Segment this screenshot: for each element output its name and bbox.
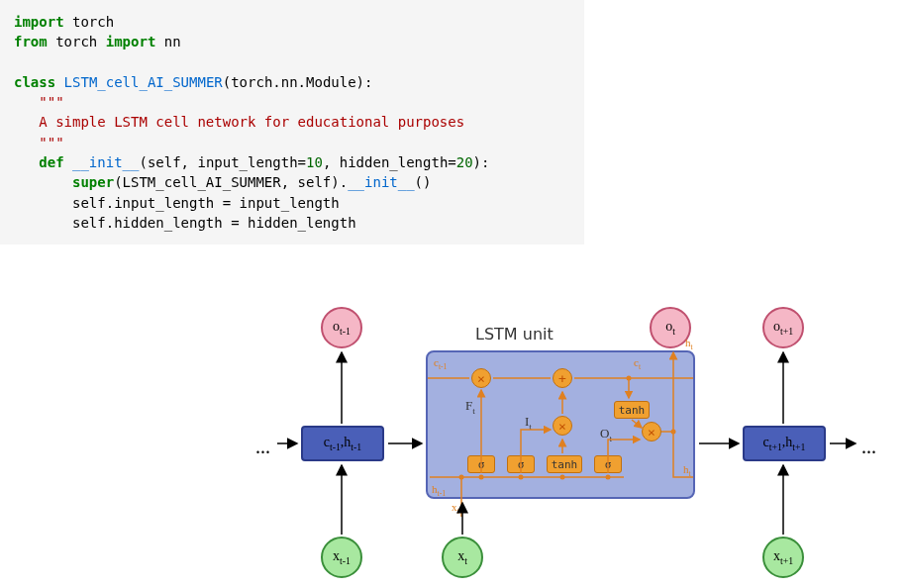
code-line-8: def __init__(self, input_length=10, hidd… (14, 154, 489, 170)
code-line-9: super(LSTM_cell_AI_SUMMER, self).__init_… (14, 174, 431, 190)
state-next: ct+1,ht+1 (743, 426, 826, 461)
code-line-7: """ (14, 135, 64, 150)
label-h-cur-top: ht (685, 337, 693, 351)
label-h-prev: ht-1 (432, 483, 446, 498)
label-h-cur-right: ht (683, 463, 691, 478)
label-I: It (525, 414, 532, 432)
op-mult-i: × (553, 416, 572, 436)
lstm-diagram: LSTM unit ot-1 ot ot+1 xt-1 xt xt+1 ct-1… (0, 307, 907, 588)
ellipsis-right: ... (861, 436, 876, 458)
lstm-unit-title: LSTM unit (475, 325, 554, 343)
output-prev: ot-1 (321, 307, 362, 348)
input-next: xt+1 (762, 537, 804, 578)
label-x: xt (452, 501, 459, 516)
gate-sigma-o: σ (594, 455, 622, 473)
code-block: import torch from torch import nn class … (0, 0, 584, 245)
gate-tanh-out: tanh (614, 401, 650, 419)
code-line-11: self.hidden_length = hidden_length (14, 215, 356, 231)
code-line-4: class LSTM_cell_AI_SUMMER(torch.nn.Modul… (14, 74, 372, 90)
op-mult-o: × (642, 422, 661, 441)
op-add: + (553, 368, 572, 388)
label-F: Ft (465, 398, 475, 416)
gate-tanh-c: tanh (547, 455, 582, 473)
output-next: ot+1 (762, 307, 804, 348)
gate-sigma-f: σ (467, 455, 495, 473)
gate-sigma-i: σ (507, 455, 535, 473)
op-mult-f: × (471, 368, 491, 388)
label-c-cur: ct (634, 356, 641, 371)
code-line-5: """ (14, 94, 64, 110)
input-prev: xt-1 (321, 537, 362, 578)
label-c-prev: ct-1 (434, 356, 447, 371)
state-prev: ct-1,ht-1 (301, 426, 384, 461)
code-line-1: import torch (14, 14, 114, 30)
code-line-6: A simple LSTM cell network for education… (14, 114, 464, 130)
input-cur: xt (442, 537, 483, 578)
code-line-10: self.input_length = input_length (14, 195, 340, 211)
ellipsis-left: ... (255, 436, 270, 458)
label-O: Ot (600, 426, 612, 443)
code-line-2: from torch import nn (14, 34, 181, 49)
